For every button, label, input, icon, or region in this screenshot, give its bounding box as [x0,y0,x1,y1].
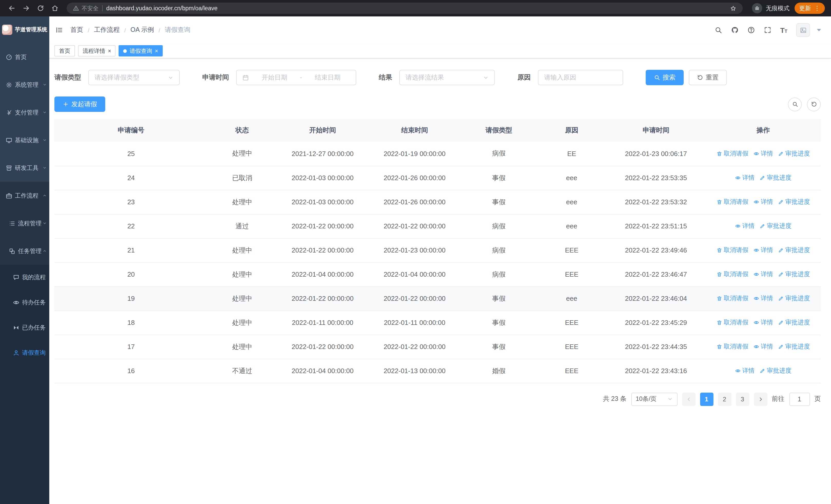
create-leave-button[interactable]: 发起请假 [54,96,105,112]
detail-link[interactable]: 详情 [753,318,773,327]
sidebar-item-leave-query[interactable]: 请假查询 [0,340,49,365]
breadcrumb-leave-query: 请假查询 [165,26,191,34]
approval-progress-link[interactable]: 审批进度 [778,149,810,158]
security-status[interactable]: 不安全 [73,4,98,12]
cancel-leave-link[interactable]: 取消请假 [717,318,748,327]
browser-home-button[interactable] [48,2,62,15]
approval-progress-link[interactable]: 审批进度 [778,198,810,206]
toggle-search-button[interactable] [788,97,802,111]
help-icon[interactable] [747,26,755,34]
browser-back-button[interactable] [5,2,19,15]
tab-close-icon[interactable]: × [108,48,111,54]
fullscreen-icon[interactable] [764,26,771,34]
cell-type: 事假 [461,335,537,359]
goto-page-input[interactable] [789,392,810,406]
cancel-leave-link[interactable]: 取消请假 [717,294,748,303]
approval-progress-link[interactable]: 审批进度 [760,222,792,231]
cell-actions: 取消请假详情审批进度 [706,262,821,287]
next-page-button[interactable] [754,392,767,406]
chevron-down-icon [42,221,47,225]
sidebar-item-home[interactable]: 首页 [0,43,49,71]
sidebar-toggle[interactable] [55,26,63,34]
sidebar-item-system[interactable]: 系统管理 [0,71,49,98]
cancel-leave-link[interactable]: 取消请假 [717,270,748,279]
page-button-2[interactable]: 2 [718,392,731,406]
page-size-select[interactable]: 10条/页 [631,392,677,406]
action-label: 详情 [761,294,773,303]
sidebar-item-my-process[interactable]: 我的流程 [0,265,49,290]
refresh-table-button[interactable] [807,97,821,111]
page-button-3[interactable]: 3 [736,392,749,406]
approval-progress-link[interactable]: 审批进度 [760,366,792,375]
sidebar-item-done-tasks[interactable]: 已办任务 [0,315,49,340]
sidebar-item-workflow[interactable]: 工作流程 [0,182,49,209]
search-button[interactable]: 搜索 [646,70,684,85]
browser-update-button[interactable]: 更新 ⋮ [795,3,825,14]
page-button-1[interactable]: 1 [700,392,713,406]
font-size-icon[interactable]: TT [780,26,787,34]
table-row: 19处理中2022-01-22 00:00:002022-01-22 00:00… [54,287,821,310]
result-select[interactable]: 请选择流结果 [399,70,495,85]
cell-id: 21 [54,238,208,262]
detail-link[interactable]: 详情 [735,222,754,231]
tab-close-icon[interactable]: × [155,48,158,54]
detail-link[interactable]: 详情 [753,246,773,255]
action-label: 详情 [761,198,773,206]
app-logo[interactable]: 芋道管理系统 [0,17,49,43]
reset-button[interactable]: 重置 [689,70,727,85]
cell-id: 17 [54,335,208,359]
detail-link[interactable]: 详情 [735,174,754,182]
header-search-icon[interactable] [715,26,722,34]
bookmark-star-icon[interactable] [730,5,737,11]
prev-page-button[interactable] [682,392,695,406]
sidebar-item-process-mgmt[interactable]: 流程管理 [0,209,49,237]
hamburger-icon [55,26,63,34]
detail-link[interactable]: 详情 [735,366,754,375]
breadcrumb-workflow[interactable]: 工作流程 [94,26,120,34]
apply-time-range-picker[interactable]: 开始日期 - 结束日期 [236,70,356,85]
approval-progress-link[interactable]: 审批进度 [778,270,810,279]
github-icon[interactable] [731,26,739,34]
address-bar[interactable]: 不安全 dashboard.yudao.iocoder.cn/bpm/oa/le… [67,3,743,14]
reason-input[interactable] [538,70,623,85]
browser-reload-button[interactable] [34,2,47,15]
leave-type-select[interactable]: 请选择请假类型 [88,70,180,85]
detail-link[interactable]: 详情 [753,342,773,351]
approval-progress-link[interactable]: 审批进度 [778,342,810,351]
sidebar-item-todo-tasks[interactable]: 待办任务 [0,290,49,315]
breadcrumb-home[interactable]: 首页 [70,26,83,34]
tab-leave-query[interactable]: 请假查询× [119,45,163,56]
browser-menu-dots-icon[interactable]: ⋮ [814,5,820,12]
cell-status: 处理中 [208,287,277,310]
approval-progress-link[interactable]: 审批进度 [778,294,810,303]
tab-home[interactable]: 首页 [54,45,75,56]
cancel-leave-link[interactable]: 取消请假 [717,149,748,158]
list-icon [9,220,16,227]
cell-apply: 2022-01-22 23:53:35 [606,166,706,190]
sidebar-item-payment[interactable]: ¥支付管理 [0,98,49,126]
detail-link[interactable]: 详情 [753,149,773,158]
sidebar-item-devtools[interactable]: 研发工具 [0,154,49,182]
detail-link[interactable]: 详情 [753,270,773,279]
filter-result: 结果 请选择流结果 [379,70,495,85]
approval-progress-link[interactable]: 审批进度 [778,246,810,255]
approval-progress-link[interactable]: 审批进度 [778,318,810,327]
column-header: 申请编号 [54,119,208,142]
cancel-leave-link[interactable]: 取消请假 [717,342,748,351]
approval-progress-link[interactable]: 审批进度 [760,174,792,182]
cell-status: 处理中 [208,238,277,262]
cancel-leave-link[interactable]: 取消请假 [717,246,748,255]
sidebar-item-infrastructure[interactable]: 基础设施 [0,126,49,154]
calendar-icon [242,74,249,81]
cell-apply: 2022-01-22 23:49:46 [606,238,706,262]
user-avatar[interactable] [796,23,810,37]
tab-process-detail[interactable]: 流程详情× [78,45,116,56]
user-icon [13,350,20,356]
cancel-leave-link[interactable]: 取消请假 [717,198,748,206]
sidebar-item-task-mgmt[interactable]: 任务管理 [0,237,49,265]
avatar-caret-icon[interactable] [815,26,823,34]
detail-link[interactable]: 详情 [753,198,773,206]
browser-forward-button[interactable] [20,2,33,15]
detail-link[interactable]: 详情 [753,294,773,303]
breadcrumb-oa-example[interactable]: OA 示例 [131,26,154,34]
